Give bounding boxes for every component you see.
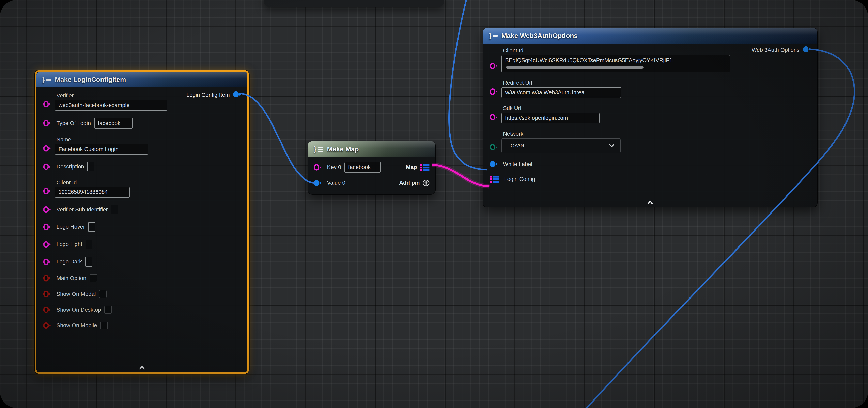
node-make-loginconfigitem[interactable]: } Make LoginConfigItem Verifierweb3auth-… [35,70,249,374]
blueprint-graph-canvas[interactable]: } Make LoginConfigItem Verifierweb3auth-… [0,0,868,408]
pin-row-logo-light: Logo Light [43,240,242,249]
name-pin[interactable] [43,145,52,152]
pin-label: Logo Hover [56,224,85,230]
field-label: Redirect Url [503,79,621,86]
description-pin[interactable] [43,163,52,170]
add-pin-plus-icon [423,179,430,186]
map-output-label: Map [406,164,417,170]
value-0-label: Value 0 [327,179,345,186]
show-on-modal-checkbox[interactable] [99,290,106,298]
pin-row-client-id: Client Id1222658941886084 [43,179,242,198]
pin-row-type-of-login: Type Of Loginfacebook [43,118,242,129]
show-on-mobile-pin[interactable] [43,322,52,329]
node-make-map[interactable]: } Make Map Key 0 facebook Map Value 0 Ad… [308,141,436,195]
verifier-pin[interactable] [43,101,52,108]
pin-label: Show On Desktop [56,307,101,313]
pin-row-description: Description [43,162,242,172]
text-scrollbar[interactable] [506,66,644,69]
pin-label: White Label [503,161,532,167]
map-output-pin[interactable] [420,164,430,171]
pin-row-redirect-url: Redirect Urlw3a://com.w3a.Web3AuthUnreal [490,79,812,98]
sdk-url-input[interactable]: https://sdk.openlogin.com [501,113,600,124]
pin-row-show-on-modal: Show On Modal [43,290,242,298]
show-on-desktop-checkbox[interactable] [104,306,112,314]
pin-label: Main Option [56,275,86,281]
pin-label: Login Config [504,176,535,182]
field-label: Network [503,131,621,137]
pin-label: Logo Dark [56,259,82,265]
output-pin-label: Login Config Item [186,92,230,98]
add-pin-button[interactable]: Add pin [399,179,430,186]
pin-label: Show On Modal [56,291,96,297]
key-0-input[interactable]: facebook [344,162,381,173]
field-label: Verifier [56,92,167,99]
pin-row-logo-hover: Logo Hover [43,222,242,232]
node-header[interactable]: } Make LoginConfigItem [36,72,247,87]
client-id-input[interactable]: 1222658941886084 [55,187,130,198]
node-header[interactable]: } Make Map [308,141,435,157]
pin-row-logo-dark: Logo Dark [43,257,242,267]
logo-hover-input[interactable] [88,222,95,232]
field-label: Sdk Url [503,105,600,111]
make-map-icon: } [314,145,323,153]
main-option-pin[interactable] [43,275,52,282]
client-id-pin[interactable] [43,188,52,195]
login-config-pin[interactable] [490,175,499,183]
verifier-input[interactable]: web3auth-facebook-example [55,100,167,110]
pin-row-white-label: White Label [490,161,812,168]
node-header[interactable]: } Make Web3AuthOptions [483,28,817,43]
network-dropdown-value: CYAN [510,143,524,148]
pin-label: Show On Mobile [56,322,97,329]
logo-dark-pin[interactable] [43,258,52,266]
show-on-modal-pin[interactable] [43,291,52,298]
logo-hover-pin[interactable] [43,224,52,231]
type-of-login-input[interactable]: facebook [94,118,133,129]
field-label: Client Id [56,179,130,186]
pin-row-verifier-sub-identifier: Verifier Sub Identifier [43,205,242,214]
type-of-login-pin[interactable] [43,120,52,127]
make-struct-icon: } [42,75,51,84]
show-on-desktop-pin[interactable] [43,306,52,313]
login-config-item-output-pin[interactable] [233,91,241,99]
node-title: Make LoginConfigItem [55,76,126,83]
name-input[interactable]: Facebook Custom Login [55,144,148,155]
make-struct-icon: } [489,32,498,40]
network-pin[interactable] [490,143,498,151]
field-label: Name [56,136,148,143]
pin-row-name: NameFacebook Custom Login [43,136,242,155]
offscreen-node-fragment-top[interactable] [264,0,444,7]
web3auth-options-output-pin[interactable] [803,46,811,55]
pin-label: Logo Light [56,241,82,247]
redirect-url-input[interactable]: w3a://com.w3a.Web3AuthUnreal [501,87,621,98]
output-pin-label: Web 3Auth Options [752,47,800,53]
client-id-input[interactable]: BEgIQSgt4cUWcj6SKRdu5QkOXTsePmMcusG5EAoy… [501,55,731,72]
description-input[interactable] [87,162,94,172]
verifier-sub-identifier-input[interactable] [111,205,118,214]
client-id-pin[interactable] [490,62,498,70]
pin-row-login-config: Login Config [490,175,812,183]
pin-row-sdk-url: Sdk Urlhttps://sdk.openlogin.com [490,105,812,124]
pin-label: Verifier Sub Identifier [56,206,108,213]
white-label-pin[interactable] [490,161,498,168]
node-make-web3authoptions[interactable]: } Make Web3AuthOptions Client IdBEgIQSgt… [483,28,817,207]
sdk-url-pin[interactable] [490,113,498,121]
key-0-pin[interactable] [314,164,322,171]
network-dropdown[interactable]: CYAN [501,138,621,154]
logo-dark-input[interactable] [85,257,92,267]
pin-row-show-on-desktop: Show On Desktop [43,306,242,314]
logo-light-pin[interactable] [43,241,52,248]
redirect-url-pin[interactable] [490,88,498,95]
show-on-mobile-checkbox[interactable] [100,321,108,330]
main-option-checkbox[interactable] [90,274,97,282]
pin-label: Description [56,163,84,170]
pin-row-show-on-mobile: Show On Mobile [43,321,242,330]
logo-light-input[interactable] [86,240,92,249]
pin-label: Type Of Login [56,120,91,127]
verifier-sub-identifier-pin[interactable] [43,206,52,213]
collapse-node-chevron-icon[interactable] [646,200,654,205]
value-0-pin[interactable] [314,179,322,186]
key-0-label: Key 0 [327,164,341,170]
collapse-node-chevron-icon[interactable] [138,366,146,370]
field-label: Client Id [503,47,730,54]
pin-row-network: NetworkCYAN [490,131,812,153]
